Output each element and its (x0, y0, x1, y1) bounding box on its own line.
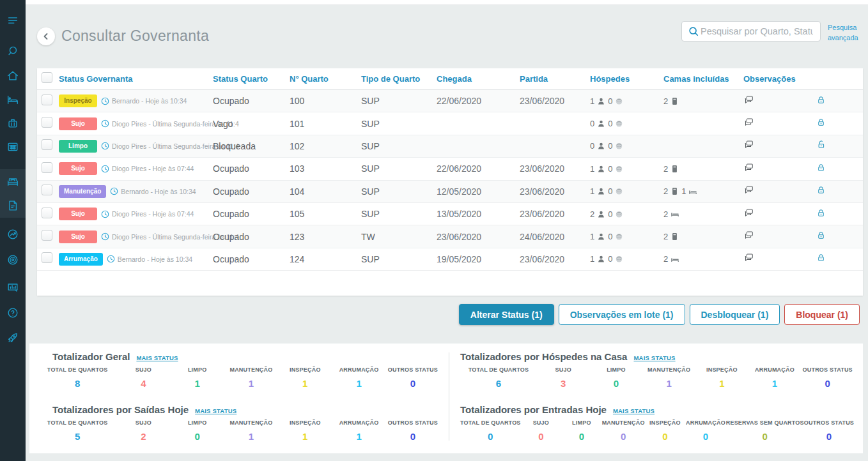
table-row: Sujo Diogo Pires - Última Segunda-feira … (37, 225, 863, 248)
mais-status-link[interactable]: MAIS STATUS (195, 407, 236, 414)
sidebar-item-search[interactable] (0, 39, 26, 63)
totalizer-title: Totalizadores por Hóspedes na Casa (460, 351, 627, 362)
adult-icon (596, 209, 606, 219)
single-bed-icon (670, 232, 679, 241)
sidebar-item-rooms[interactable] (0, 87, 26, 112)
adults-count: 0 (590, 119, 594, 128)
sidebar-item-calendar[interactable] (0, 135, 26, 159)
observations-icon[interactable] (743, 139, 754, 150)
observations-icon[interactable] (743, 94, 754, 105)
sidebar-item-housekeeping[interactable] (0, 169, 26, 193)
stat-label: SUJO (537, 367, 590, 373)
clock-icon (107, 255, 115, 263)
departure-date: 23/06/2020 (520, 254, 590, 264)
sidebar-item-disc[interactable] (0, 248, 26, 272)
stat-label: TOTAL DE QUARTOS (460, 367, 537, 373)
back-button[interactable] (37, 27, 55, 45)
sidebar-item-analytics[interactable] (0, 222, 26, 246)
observacoes-em-lote-button[interactable]: Observações em lote (1) (559, 304, 685, 325)
lock-closed-icon[interactable] (816, 208, 826, 218)
row-checkbox[interactable] (42, 162, 52, 173)
row-checkbox[interactable] (42, 208, 52, 218)
sidebar-item-reports[interactable] (0, 275, 26, 299)
room-number: 103 (290, 163, 361, 174)
stat-label: ARRUMAÇÃO (748, 367, 802, 373)
stat-label: ARRUMAÇÃO (332, 367, 385, 373)
main-area: Consultar Governanta Pesquisa avançada S… (26, 0, 868, 461)
children-count: 0 (608, 119, 612, 128)
observations-icon[interactable] (743, 252, 754, 263)
clock-icon (101, 210, 109, 218)
row-checkbox[interactable] (42, 230, 52, 241)
bed-count: 2 (663, 232, 668, 241)
observations-icon[interactable] (743, 185, 754, 195)
stat-label: MANUTENÇÃO (224, 367, 278, 373)
observations-icon[interactable] (743, 230, 754, 241)
bed-count: 2 (663, 186, 668, 196)
adults-count: 0 (590, 141, 594, 151)
desbloquear-button[interactable]: Desbloquear (1) (690, 304, 780, 325)
observations-icon[interactable] (743, 117, 754, 128)
mais-status-link[interactable]: MAIS STATUS (613, 407, 655, 414)
lock-open-icon[interactable] (816, 140, 826, 149)
advanced-search-link[interactable]: Pesquisa avançada (828, 23, 867, 43)
row-checkbox[interactable] (42, 94, 52, 105)
stat-label: MANUTENÇÃO (642, 367, 695, 373)
stat-value: 0 (386, 431, 440, 442)
sidebar (0, 0, 26, 461)
row-checkbox[interactable] (42, 252, 52, 263)
stat-label: RESERVAS SEM QUARTOS (726, 419, 804, 426)
totalizer-entradas-hoje: Totalizadores por Entradas Hoje MAIS STA… (451, 404, 863, 442)
bloquear-button[interactable]: Bloquear (1) (784, 304, 860, 325)
stat-label: LIMPO (171, 367, 224, 373)
mais-status-link[interactable]: MAIS STATUS (136, 354, 178, 361)
stat-label: SUJO (116, 367, 170, 373)
children-count: 0 (608, 96, 612, 106)
sidebar-item-help[interactable] (0, 301, 26, 325)
adults-count: 1 (590, 186, 594, 196)
table-row: Inspeção Bernardo - Hoje às 10:34 Ocupad… (37, 90, 863, 112)
lock-closed-icon[interactable] (816, 185, 826, 195)
sidebar-item-luggage[interactable] (0, 111, 26, 135)
lock-closed-icon[interactable] (816, 117, 826, 127)
select-all-checkbox[interactable] (42, 72, 52, 83)
status-badge: Sujo (59, 230, 97, 243)
search-input[interactable] (699, 26, 814, 37)
stat-label: TOTAL DE QUARTOS (38, 419, 116, 426)
luggage-icon (6, 117, 19, 130)
lock-closed-icon[interactable] (816, 163, 826, 172)
stat-value: 1 (224, 431, 278, 442)
observations-icon[interactable] (743, 208, 754, 218)
alterar-status-button[interactable]: Alterar Status (1) (459, 304, 554, 325)
row-checkbox[interactable] (42, 117, 52, 128)
mais-status-link[interactable]: MAIS STATUS (633, 354, 675, 361)
status-badge: Manutenção (59, 185, 106, 198)
room-number: 102 (290, 141, 361, 151)
observations-icon[interactable] (743, 162, 754, 173)
row-checkbox[interactable] (42, 139, 52, 150)
arrival-date: 22/06/2020 (437, 96, 520, 106)
table-row: Sujo Diogo Pires - Hoje às 07:44 Ocupado… (37, 203, 863, 225)
sidebar-item-documents[interactable] (0, 193, 26, 218)
col-camas-incluidas: Camas incluídas (663, 74, 738, 84)
help-icon (6, 306, 19, 319)
sidebar-item-home[interactable] (0, 64, 26, 88)
adult-icon (596, 254, 606, 264)
children-count: 0 (608, 186, 612, 196)
sidebar-item-launch[interactable] (0, 326, 26, 350)
lock-closed-icon[interactable] (816, 253, 826, 262)
top-strip (26, 0, 868, 5)
adult-icon (596, 186, 606, 196)
adults-count: 1 (590, 164, 594, 174)
children-count: 0 (608, 141, 612, 151)
children-count: 0 (608, 254, 612, 264)
menu-toggle-button[interactable] (0, 8, 26, 33)
row-checkbox[interactable] (42, 185, 52, 195)
lock-closed-icon[interactable] (816, 95, 826, 105)
col-status-quarto: Status Quarto (213, 74, 290, 84)
stat-label: LIMPO (171, 419, 224, 426)
menu-icon (6, 14, 19, 27)
table-row: Limpo Diogo Pires - Última Segunda-feira… (37, 135, 863, 158)
stat-label: INSPEÇÃO (695, 367, 748, 373)
lock-closed-icon[interactable] (816, 230, 826, 240)
